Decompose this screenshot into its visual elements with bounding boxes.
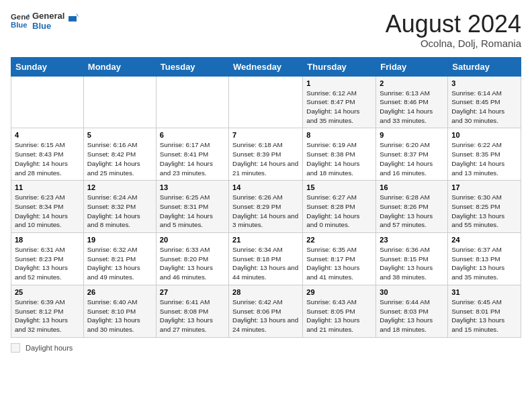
day-detail: Sunrise: 6:14 AM Sunset: 8:45 PM Dayligh… [451,89,517,126]
calendar-cell: 16Sunrise: 6:28 AM Sunset: 8:26 PM Dayli… [376,181,448,233]
calendar-cell: 28Sunrise: 6:42 AM Sunset: 8:06 PM Dayli… [229,285,303,337]
calendar-cell: 29Sunrise: 6:43 AM Sunset: 8:05 PM Dayli… [303,285,376,337]
header-day-sunday: Sunday [11,57,84,76]
day-detail: Sunrise: 6:16 AM Sunset: 8:42 PM Dayligh… [87,140,152,177]
week-row-3: 11Sunrise: 6:23 AM Sunset: 8:34 PM Dayli… [11,181,521,233]
day-number: 22 [306,236,372,244]
calendar-cell: 22Sunrise: 6:35 AM Sunset: 8:17 PM Dayli… [303,233,376,285]
day-number: 7 [232,131,299,139]
header-day-monday: Monday [83,57,156,76]
day-detail: Sunrise: 6:15 AM Sunset: 8:43 PM Dayligh… [15,140,80,177]
header-day-thursday: Thursday [303,57,376,76]
calendar-cell: 18Sunrise: 6:31 AM Sunset: 8:23 PM Dayli… [11,233,84,285]
header-day-saturday: Saturday [448,57,521,76]
calendar-cell: 3Sunrise: 6:14 AM Sunset: 8:45 PM Daylig… [448,76,521,128]
calendar-cell: 2Sunrise: 6:13 AM Sunset: 8:46 PM Daylig… [376,76,448,128]
calendar-cell [83,76,156,128]
day-detail: Sunrise: 6:35 AM Sunset: 8:17 PM Dayligh… [306,245,372,282]
svg-text:Blue: Blue [11,21,28,29]
day-detail: Sunrise: 6:22 AM Sunset: 8:35 PM Dayligh… [451,140,517,177]
calendar-cell: 5Sunrise: 6:16 AM Sunset: 8:42 PM Daylig… [83,128,156,181]
day-detail: Sunrise: 6:43 AM Sunset: 8:05 PM Dayligh… [306,298,372,334]
day-number: 12 [87,183,152,191]
calendar-cell: 12Sunrise: 6:24 AM Sunset: 8:32 PM Dayli… [83,181,156,233]
day-detail: Sunrise: 6:13 AM Sunset: 8:46 PM Dayligh… [380,89,444,126]
day-number: 6 [160,131,225,139]
day-number: 13 [160,183,225,191]
day-detail: Sunrise: 6:39 AM Sunset: 8:12 PM Dayligh… [15,298,80,334]
svg-text:General: General [11,13,30,21]
calendar-cell: 19Sunrise: 6:32 AM Sunset: 8:21 PM Dayli… [83,233,156,285]
day-number: 11 [15,183,80,191]
calendar-cell: 9Sunrise: 6:20 AM Sunset: 8:37 PM Daylig… [376,128,448,181]
svg-marker-3 [69,13,79,21]
header-row: SundayMondayTuesdayWednesdayThursdayFrid… [11,57,521,76]
day-number: 3 [451,79,517,87]
day-detail: Sunrise: 6:40 AM Sunset: 8:10 PM Dayligh… [87,298,152,334]
day-detail: Sunrise: 6:25 AM Sunset: 8:31 PM Dayligh… [160,193,225,230]
logo-blue: Blue [32,21,64,31]
calendar-cell: 17Sunrise: 6:30 AM Sunset: 8:25 PM Dayli… [448,181,521,233]
day-detail: Sunrise: 6:17 AM Sunset: 8:41 PM Dayligh… [160,140,225,177]
day-detail: Sunrise: 6:24 AM Sunset: 8:32 PM Dayligh… [87,193,152,230]
day-detail: Sunrise: 6:34 AM Sunset: 8:18 PM Dayligh… [232,245,299,282]
week-row-1: 1Sunrise: 6:12 AM Sunset: 8:47 PM Daylig… [11,76,521,128]
location-subtitle: Ocolna, Dolj, Romania [386,38,521,49]
day-number: 8 [306,131,372,139]
month-year-title: August 2024 [386,11,521,38]
header: General Blue General Blue August 2024 Oc… [11,11,521,49]
calendar-body: 1Sunrise: 6:12 AM Sunset: 8:47 PM Daylig… [11,76,521,337]
day-detail: Sunrise: 6:32 AM Sunset: 8:21 PM Dayligh… [87,245,152,282]
title-area: August 2024 Ocolna, Dolj, Romania [386,11,521,49]
calendar-cell: 27Sunrise: 6:41 AM Sunset: 8:08 PM Dayli… [156,285,228,337]
day-detail: Sunrise: 6:30 AM Sunset: 8:25 PM Dayligh… [451,193,517,230]
day-detail: Sunrise: 6:18 AM Sunset: 8:39 PM Dayligh… [232,140,299,177]
day-detail: Sunrise: 6:31 AM Sunset: 8:23 PM Dayligh… [15,245,80,282]
day-detail: Sunrise: 6:27 AM Sunset: 8:28 PM Dayligh… [306,193,372,230]
week-row-2: 4Sunrise: 6:15 AM Sunset: 8:43 PM Daylig… [11,128,521,181]
day-detail: Sunrise: 6:23 AM Sunset: 8:34 PM Dayligh… [15,193,80,230]
calendar-cell: 21Sunrise: 6:34 AM Sunset: 8:18 PM Dayli… [229,233,303,285]
footer: Daylight hours [11,343,521,353]
day-detail: Sunrise: 6:28 AM Sunset: 8:26 PM Dayligh… [380,193,444,230]
day-detail: Sunrise: 6:45 AM Sunset: 8:01 PM Dayligh… [451,298,517,334]
day-detail: Sunrise: 6:20 AM Sunset: 8:37 PM Dayligh… [380,140,444,177]
header-day-tuesday: Tuesday [156,57,228,76]
day-number: 28 [232,288,299,296]
day-number: 1 [306,79,372,87]
calendar-cell: 11Sunrise: 6:23 AM Sunset: 8:34 PM Dayli… [11,181,84,233]
day-number: 25 [15,288,80,296]
day-number: 17 [451,183,517,191]
header-day-wednesday: Wednesday [229,57,303,76]
daylight-label: Daylight hours [26,344,73,352]
day-detail: Sunrise: 6:37 AM Sunset: 8:13 PM Dayligh… [451,245,517,282]
calendar-cell: 30Sunrise: 6:44 AM Sunset: 8:03 PM Dayli… [376,285,448,337]
day-number: 29 [306,288,372,296]
day-detail: Sunrise: 6:44 AM Sunset: 8:03 PM Dayligh… [380,298,444,334]
logo: General Blue General Blue [11,11,79,31]
day-number: 15 [306,183,372,191]
calendar-cell: 25Sunrise: 6:39 AM Sunset: 8:12 PM Dayli… [11,285,84,337]
calendar-cell [229,76,303,128]
calendar-cell: 20Sunrise: 6:33 AM Sunset: 8:20 PM Dayli… [156,233,228,285]
day-number: 26 [87,288,152,296]
calendar-cell: 15Sunrise: 6:27 AM Sunset: 8:28 PM Dayli… [303,181,376,233]
logo-general: General [32,11,64,21]
day-number: 10 [451,131,517,139]
header-day-friday: Friday [376,57,448,76]
logo-arrow-icon [67,12,79,24]
calendar-cell: 24Sunrise: 6:37 AM Sunset: 8:13 PM Dayli… [448,233,521,285]
day-number: 19 [87,236,152,244]
day-number: 24 [451,236,517,244]
day-number: 18 [15,236,80,244]
day-number: 5 [87,131,152,139]
calendar-cell: 8Sunrise: 6:19 AM Sunset: 8:38 PM Daylig… [303,128,376,181]
calendar-cell: 10Sunrise: 6:22 AM Sunset: 8:35 PM Dayli… [448,128,521,181]
day-detail: Sunrise: 6:26 AM Sunset: 8:29 PM Dayligh… [232,193,299,230]
day-number: 31 [451,288,517,296]
day-detail: Sunrise: 6:41 AM Sunset: 8:08 PM Dayligh… [160,298,225,334]
calendar-cell: 4Sunrise: 6:15 AM Sunset: 8:43 PM Daylig… [11,128,84,181]
day-detail: Sunrise: 6:12 AM Sunset: 8:47 PM Dayligh… [306,89,372,126]
calendar-cell [11,76,84,128]
day-number: 30 [380,288,444,296]
